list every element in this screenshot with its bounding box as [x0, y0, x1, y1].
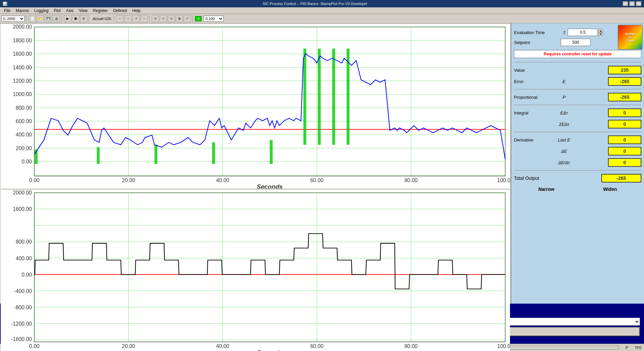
tb-misc4[interactable]: ⊕ — [176, 15, 183, 22]
menu-help[interactable]: Help — [130, 8, 143, 14]
svg-rect-44 — [318, 49, 321, 145]
svg-text:1600.00: 1600.00 — [13, 51, 32, 57]
svg-text:-800.00: -800.00 — [14, 305, 32, 310]
svg-text:200.00: 200.00 — [16, 145, 32, 151]
menu-defined[interactable]: Defined — [110, 8, 129, 14]
setpoint-label: Setpoint — [514, 40, 561, 45]
svg-text:Seconds: Seconds — [257, 349, 283, 351]
right-panel: StampsinClass Evaluation Time τ ▲ ▼ Setp… — [511, 23, 644, 304]
svg-text:2000.00: 2000.00 — [13, 24, 32, 30]
proportional-display: -265 — [608, 93, 641, 101]
derivative-display3: 0 — [608, 158, 641, 167]
eval-time-label: Evaluation Time — [514, 30, 561, 35]
svg-rect-47 — [34, 193, 505, 342]
menu-register[interactable]: Register — [90, 8, 111, 14]
error-row: Error E -265 — [514, 77, 641, 86]
window-title: SIC Process Control -- PID Basics -Stamp… — [7, 2, 623, 6]
tb-misc1[interactable]: ≡ — [152, 15, 159, 22]
svg-rect-45 — [332, 49, 335, 145]
menu-file[interactable]: File — [1, 8, 13, 14]
warning-box: Requires controller reset for update — [514, 50, 641, 58]
tb-zoom-out[interactable]: - — [140, 15, 148, 22]
narrow-button[interactable]: Narrow — [532, 186, 561, 193]
value-row: Value 235 — [514, 66, 641, 74]
charts-area: 2000.00 1800.00 1600.00 1400.00 1200.00 … — [0, 23, 511, 304]
range-select[interactable]: 0,100 — [204, 16, 224, 22]
tb-run[interactable]: ▶ — [64, 15, 71, 22]
svg-text:60.00: 60.00 — [310, 178, 324, 183]
coord-select[interactable]: 0, 2000 — [1, 16, 25, 22]
tau-symbol: τ — [563, 30, 565, 35]
tb-open[interactable]: 📂 — [37, 15, 44, 22]
svg-text:-400.00: -400.00 — [14, 288, 32, 294]
derivative-symbol1: Last E — [554, 137, 574, 142]
chart2-svg: 2000.00 1600.00 800.00 400.00 0.00 -400.… — [1, 190, 510, 351]
menu-view[interactable]: View — [76, 8, 90, 14]
tb-stop[interactable]: ⏹ — [72, 15, 79, 22]
integral-symbol1: EΔτ — [554, 110, 574, 115]
derivative-symbol3: ΔE/Δτ — [554, 160, 574, 165]
p-label: P — [626, 346, 628, 350]
svg-text:600.00: 600.00 — [16, 118, 32, 124]
svg-text:1200.00: 1200.00 — [13, 78, 32, 84]
total-output-row: Total Output -265 — [514, 174, 641, 183]
eval-time-input[interactable] — [568, 29, 598, 36]
svg-text:1000.00: 1000.00 — [13, 91, 32, 97]
eval-time-up[interactable]: ▲ — [598, 29, 603, 32]
tb-pause[interactable]: ⏸ — [80, 15, 87, 22]
tb-misc5[interactable]: ✓ — [184, 15, 191, 22]
svg-text:0.00: 0.00 — [22, 159, 32, 164]
eval-time-down[interactable]: ▼ — [598, 32, 603, 36]
menu-plot[interactable]: Plot — [51, 8, 63, 14]
setpoint-input[interactable] — [561, 39, 591, 46]
error-display: -265 — [608, 77, 641, 86]
stamps-in-class-logo: StampsinClass — [618, 25, 643, 50]
tb-new[interactable]: 📄 — [29, 15, 36, 22]
svg-text:1800.00: 1800.00 — [13, 38, 32, 43]
window-controls: ─ □ ✕ — [623, 1, 641, 6]
svg-rect-41 — [212, 142, 215, 164]
menu-macros[interactable]: Macros — [13, 8, 31, 14]
logo: StampsinClass — [618, 25, 643, 50]
title-bar: 📊 SIC Process Control -- PID Basics -Sta… — [0, 0, 644, 7]
svg-text:40.00: 40.00 — [216, 343, 229, 349]
svg-text:60.00: 60.00 — [310, 343, 324, 349]
chart2-container[interactable]: 2000.00 1600.00 800.00 400.00 0.00 -400.… — [1, 190, 510, 351]
derivative-display2: 0 — [608, 147, 641, 155]
title-bar-icon: 📊 — [3, 2, 7, 6]
derivative-label: Derivative — [514, 137, 554, 142]
derivative-symbol2: ΔE — [554, 149, 574, 154]
tb-print[interactable]: 🖨 — [53, 15, 60, 22]
maximize-button[interactable]: □ — [629, 1, 635, 6]
svg-text:40.00: 40.00 — [216, 178, 229, 183]
svg-text:400.00: 400.00 — [16, 132, 32, 137]
tb-left[interactable]: ← — [116, 15, 124, 22]
error-symbol: E — [554, 79, 574, 84]
widen-button[interactable]: Widen — [596, 186, 624, 193]
tb-misc3[interactable]: ∿ — [168, 15, 175, 22]
chart1-container[interactable]: 2000.00 1800.00 1600.00 1400.00 1200.00 … — [1, 24, 510, 189]
svg-text:0.00: 0.00 — [22, 272, 32, 278]
menu-bar: File Macros Logging Plot Axis View Regis… — [0, 7, 644, 14]
proportional-label: Proportional — [514, 95, 554, 100]
tb-right[interactable]: → — [124, 15, 132, 22]
svg-rect-40 — [154, 145, 157, 164]
actual-label: Actual=126 — [93, 17, 111, 21]
svg-rect-43 — [303, 49, 306, 145]
tb-zoom-in[interactable]: + — [132, 15, 140, 22]
menu-logging[interactable]: Logging — [32, 8, 51, 14]
toolbar: 0, 2000 📄 📂 💾 🖨 ▶ ⏹ ⏸ Actual=126 ← → + -… — [0, 14, 644, 23]
tf0-label: TF0 — [635, 346, 641, 350]
menu-axis[interactable]: Axis — [63, 8, 76, 14]
derivative-row1: Derivative Last E 0 — [514, 135, 641, 144]
tb-save[interactable]: 💾 — [45, 15, 52, 22]
minimize-button[interactable]: ─ — [623, 1, 628, 6]
svg-text:800.00: 800.00 — [16, 105, 32, 111]
integral-display1: 0 — [608, 108, 641, 117]
tb-misc2[interactable]: ≈ — [160, 15, 167, 22]
derivative-display1: 0 — [608, 135, 641, 144]
svg-text:800.00: 800.00 — [16, 239, 32, 245]
close-button[interactable]: ✕ — [636, 1, 641, 6]
svg-text:0.00: 0.00 — [29, 178, 39, 183]
proportional-row: Proportional P -265 — [514, 93, 641, 101]
